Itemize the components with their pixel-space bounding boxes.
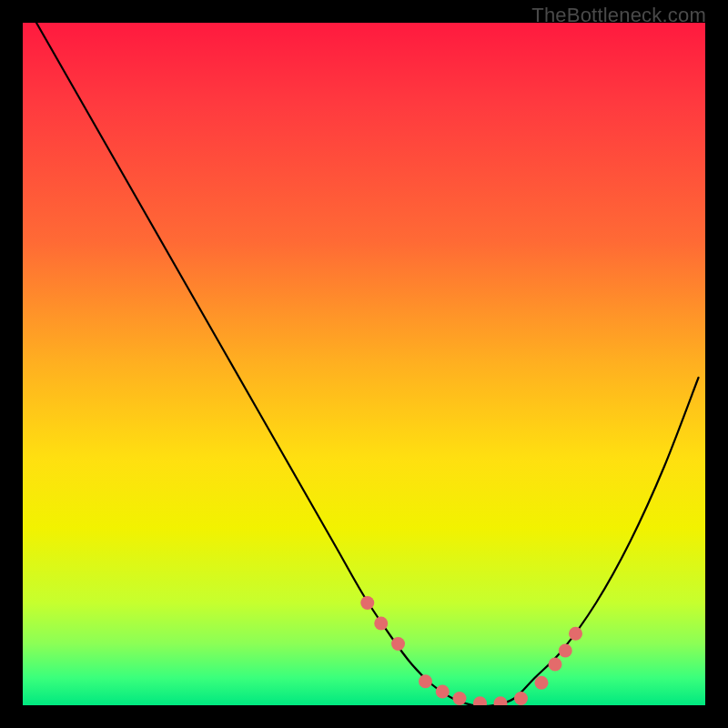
- highlight-dot: [535, 676, 549, 690]
- highlight-dot: [473, 696, 487, 705]
- highlight-dot: [494, 696, 508, 705]
- highlight-dot: [391, 637, 405, 651]
- highlight-dot: [514, 692, 528, 705]
- chart-frame: [18, 18, 710, 710]
- highlight-dot: [436, 685, 450, 699]
- highlight-dot: [549, 658, 562, 672]
- highlight-dot: [419, 674, 432, 688]
- highlight-dot: [374, 617, 388, 631]
- highlight-dot: [360, 596, 374, 610]
- watermark-text: TheBottleneck.com: [531, 4, 706, 27]
- highlight-dot: [453, 692, 467, 705]
- highlight-dots: [360, 596, 582, 705]
- highlight-dot: [559, 644, 572, 658]
- gradient-background: [23, 23, 705, 705]
- highlight-dot: [569, 627, 582, 641]
- chart-svg: [23, 23, 705, 705]
